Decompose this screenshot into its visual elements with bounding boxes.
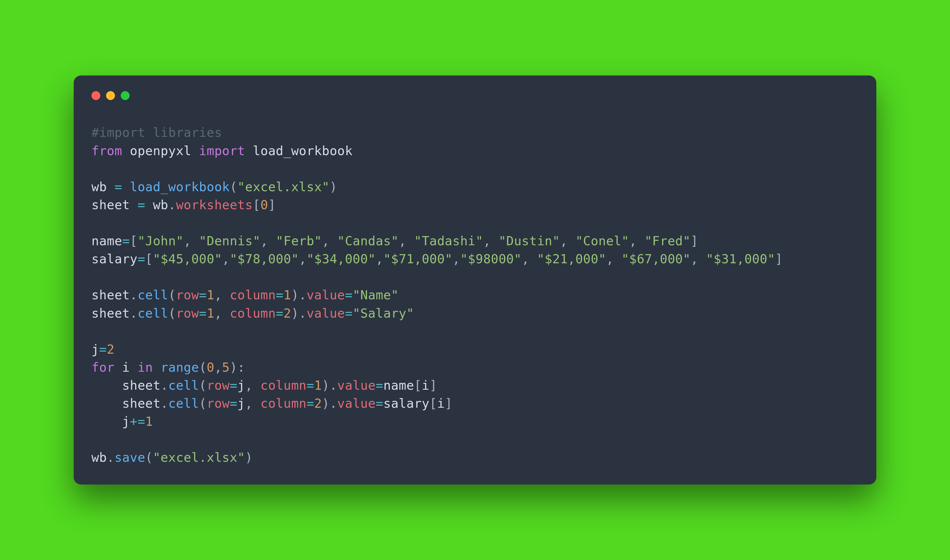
- import-target: load_workbook: [253, 143, 353, 158]
- fn-range: range: [161, 360, 199, 375]
- keyword-for: for: [91, 360, 114, 375]
- name-item: "Conel": [575, 234, 629, 248]
- salary-item: "$21,000": [537, 252, 606, 266]
- zoom-icon[interactable]: [121, 91, 129, 100]
- module-name: openpyxl: [130, 143, 191, 158]
- string-Salary: "Salary": [353, 306, 414, 320]
- name-item: "Tadashi": [414, 234, 483, 248]
- close-icon[interactable]: [91, 91, 100, 100]
- minimize-icon[interactable]: [106, 91, 115, 100]
- salary-item: "$71,000": [383, 252, 453, 266]
- keyword-import: import: [199, 143, 245, 158]
- window-titlebar: [91, 91, 859, 100]
- comment-line: #import libraries: [91, 125, 222, 140]
- number-zero: 0: [260, 197, 268, 212]
- var-i: i: [122, 360, 130, 375]
- attr-save: save: [114, 450, 145, 465]
- name-item: "Dustin": [499, 234, 560, 248]
- attr-worksheets: worksheets: [176, 197, 253, 212]
- salary-item: "$45,000": [153, 252, 222, 266]
- attr-cell: cell: [137, 288, 168, 302]
- var-name: name: [91, 234, 122, 248]
- name-item: "Ferb": [276, 234, 322, 248]
- string-excel: "excel.xlsx": [237, 180, 330, 194]
- kw-column: column: [229, 288, 276, 302]
- op-pluseq: +=: [130, 414, 145, 429]
- string-Name: "Name": [353, 288, 399, 302]
- salary-item: "$98000": [460, 252, 522, 266]
- var-sheet: sheet: [91, 197, 130, 212]
- code-window: #import libraries from openpyxl import l…: [74, 75, 876, 484]
- keyword-from: from: [91, 143, 122, 158]
- var-salary: salary: [91, 252, 137, 266]
- var-j: j: [91, 342, 99, 357]
- op-eq: =: [114, 180, 122, 194]
- var-wb: wb: [91, 180, 107, 194]
- name-item: "Dennis": [199, 234, 260, 248]
- salary-item: "$67,000": [622, 252, 691, 266]
- name-item: "Fred": [645, 234, 691, 248]
- salary-item: "$31,000": [706, 252, 775, 266]
- salary-item: "$34,000": [306, 252, 376, 266]
- name-item: "Candas": [337, 234, 399, 248]
- kw-row: row: [176, 288, 199, 302]
- salary-item: "$78,000": [229, 252, 299, 266]
- code-block: #import libraries from openpyxl import l…: [91, 123, 859, 466]
- name-item: "John": [137, 234, 183, 248]
- fn-load-workbook: load_workbook: [130, 180, 229, 194]
- keyword-in: in: [137, 360, 153, 375]
- attr-value: value: [306, 288, 345, 302]
